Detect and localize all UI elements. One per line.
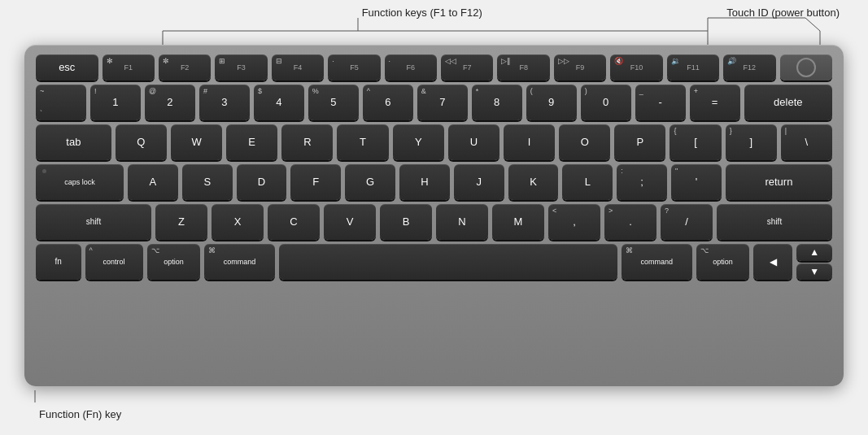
svg-line-8 (805, 18, 820, 31)
key-4[interactable]: $ 4 (254, 85, 304, 120)
key-f3[interactable]: ⊞ F3 (215, 54, 267, 80)
key-s[interactable]: S (182, 164, 233, 200)
key-backslash[interactable]: | \ (781, 124, 832, 160)
key-comma[interactable]: < , (548, 204, 600, 240)
fn-row: esc ✻ F1 ✼ F2 ⊞ F3 ⊟ F4 · F5 · (36, 54, 832, 80)
key-delete[interactable]: delete (744, 85, 832, 120)
key-touch-id[interactable] (780, 54, 832, 80)
key-o[interactable]: O (559, 124, 610, 160)
key-quote[interactable]: " ' (671, 164, 722, 200)
key-f2[interactable]: ✼ F2 (159, 54, 211, 80)
fn-key-label: Function (Fn) key (39, 408, 121, 420)
zxcv-row: shift Z X C V B N M < , > . ? / shift (36, 204, 832, 240)
key-w[interactable]: W (171, 124, 222, 160)
key-fn[interactable]: fn (36, 244, 81, 280)
key-f7[interactable]: ◁◁ F7 (441, 54, 493, 80)
key-v[interactable]: V (324, 204, 376, 240)
key-arrow-up[interactable]: ▲ (796, 244, 832, 261)
key-f4[interactable]: ⊟ F4 (272, 54, 324, 80)
key-j[interactable]: J (454, 164, 504, 200)
key-g[interactable]: G (345, 164, 395, 200)
key-i[interactable]: I (504, 124, 555, 160)
key-f9[interactable]: ▷▷ F9 (554, 54, 606, 80)
key-a[interactable]: A (128, 164, 178, 200)
key-slash[interactable]: ? / (661, 204, 713, 240)
key-1[interactable]: ! 1 (90, 85, 141, 120)
key-space[interactable] (279, 244, 617, 280)
key-m[interactable]: M (492, 204, 544, 240)
key-u[interactable]: U (448, 124, 499, 160)
key-return[interactable]: return (726, 164, 832, 200)
key-k[interactable]: K (508, 164, 559, 200)
key-z[interactable]: Z (155, 204, 207, 240)
key-2[interactable]: @ 2 (145, 85, 195, 120)
keyboard: esc ✻ F1 ✼ F2 ⊞ F3 ⊟ F4 · F5 · (24, 45, 844, 386)
key-r[interactable]: R (281, 124, 333, 160)
key-q[interactable]: Q (116, 124, 167, 160)
key-equals[interactable]: + = (690, 85, 740, 120)
key-option-right[interactable]: ⌥ option (696, 244, 750, 280)
key-n[interactable]: N (436, 204, 488, 240)
key-t[interactable]: T (337, 124, 388, 160)
key-bracket-open[interactable]: { [ (670, 124, 721, 160)
key-0[interactable]: ) 0 (581, 85, 631, 120)
key-f11[interactable]: 🔉 F11 (667, 54, 719, 80)
key-minus[interactable]: _ - (635, 85, 686, 120)
caps-lock-indicator (42, 169, 46, 173)
asdf-row: caps lock A S D F G H J K L : ; " ' retu… (36, 164, 832, 200)
key-7[interactable]: & 7 (417, 85, 468, 120)
key-f8[interactable]: ▷‖ F8 (497, 54, 549, 80)
key-5[interactable]: % 5 (308, 85, 359, 120)
key-f1[interactable]: ✻ F1 (103, 54, 155, 80)
key-tab[interactable]: tab (36, 124, 111, 160)
key-h[interactable]: H (399, 164, 450, 200)
bottom-row: fn ^ control ⌥ option ⌘ command ⌘ comman… (36, 244, 832, 280)
key-bracket-close[interactable]: } ] (726, 124, 777, 160)
key-9[interactable]: ( 9 (526, 85, 577, 120)
key-caps-lock[interactable]: caps lock (36, 164, 124, 200)
key-period[interactable]: > . (604, 204, 656, 240)
key-f6[interactable]: · F6 (385, 54, 437, 80)
key-tilde[interactable]: ~ ` (36, 85, 86, 120)
key-command-left[interactable]: ⌘ command (204, 244, 274, 280)
key-l[interactable]: L (562, 164, 613, 200)
key-shift-right[interactable]: shift (717, 204, 832, 240)
key-semicolon[interactable]: : ; (617, 164, 667, 200)
key-command-right[interactable]: ⌘ command (622, 244, 691, 280)
key-option-left[interactable]: ⌥ option (147, 244, 201, 280)
key-f12[interactable]: 🔊 F12 (723, 54, 775, 80)
key-b[interactable]: B (380, 204, 432, 240)
key-f5[interactable]: · F5 (328, 54, 380, 80)
key-control[interactable]: ^ control (85, 244, 143, 280)
key-f[interactable]: F (290, 164, 341, 200)
touch-id-label: Touch ID (power button) (726, 7, 840, 19)
key-p[interactable]: P (614, 124, 665, 160)
key-x[interactable]: X (212, 204, 264, 240)
key-e[interactable]: E (226, 124, 277, 160)
number-row: ~ ` ! 1 @ 2 # 3 $ 4 % 5 (36, 85, 832, 120)
key-c[interactable]: C (268, 204, 320, 240)
key-6[interactable]: ^ 6 (363, 85, 413, 120)
key-8[interactable]: * 8 (472, 85, 522, 120)
key-esc[interactable]: esc (36, 54, 98, 80)
function-keys-label: Function keys (F1 to F12) (362, 7, 482, 19)
key-arrow-down[interactable]: ▼ (796, 263, 832, 281)
key-f10[interactable]: 🔇 F10 (610, 54, 662, 80)
key-arrow-left[interactable]: ◀ (753, 244, 792, 280)
key-shift-left[interactable]: shift (36, 204, 151, 240)
qwerty-row: tab Q W E R T Y U I O P { [ } ] | \ (36, 124, 832, 160)
key-3[interactable]: # 3 (199, 85, 250, 120)
key-y[interactable]: Y (393, 124, 444, 160)
key-d[interactable]: D (237, 164, 287, 200)
